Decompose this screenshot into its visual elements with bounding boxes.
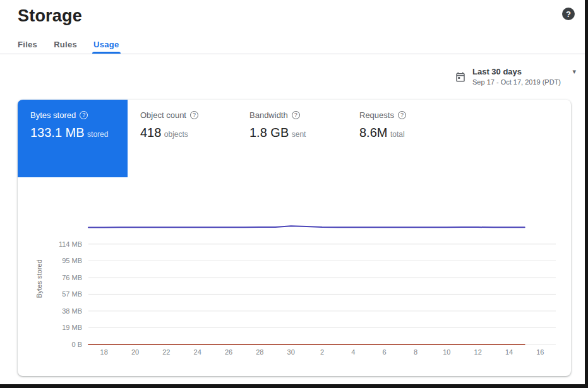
help-icon[interactable]: ?: [562, 8, 575, 20]
metric-unit: total: [390, 130, 405, 139]
usage-card: Bytes stored ? 133.1 MB stored Object co…: [18, 100, 571, 376]
svg-text:18: 18: [100, 348, 108, 356]
svg-text:10: 10: [443, 348, 450, 356]
svg-text:2: 2: [320, 348, 324, 356]
metric-value: 1.8 GB: [249, 126, 289, 139]
metric-label: Object count: [140, 110, 186, 120]
svg-text:57 MB: 57 MB: [62, 290, 82, 298]
svg-text:114 MB: 114 MB: [59, 240, 82, 248]
storage-usage-page: Storage ? Files Rules Usage Last 30 days…: [0, 0, 588, 388]
help-circle-icon: ?: [80, 111, 88, 119]
svg-text:38 MB: 38 MB: [62, 307, 82, 315]
metric-value-row: 1.8 GB sent: [249, 126, 306, 140]
help-circle-icon: ?: [292, 111, 300, 119]
metric-label: Bytes stored: [30, 110, 76, 120]
svg-text:24: 24: [194, 348, 201, 356]
chevron-down-icon: ▾: [572, 68, 576, 76]
page-title: Storage: [18, 6, 82, 26]
svg-text:26: 26: [225, 348, 232, 356]
usage-line-chart: 114 MB95 MB76 MB57 MB38 MB19 MB0 B182022…: [18, 213, 571, 344]
metric-value-row: 418 objects: [140, 126, 198, 140]
date-range-detail: Sep 17 - Oct 17, 2019 (PDT): [472, 78, 561, 86]
metric-label-row: Bytes stored ?: [30, 110, 128, 120]
svg-text:4: 4: [351, 348, 355, 356]
metric-label: Requests: [359, 110, 394, 120]
metric-unit: stored: [87, 130, 108, 139]
date-range-selector[interactable]: Last 30 days Sep 17 - Oct 17, 2019 (PDT)…: [455, 67, 576, 88]
tab-files[interactable]: Files: [18, 35, 37, 54]
svg-text:22: 22: [162, 348, 170, 356]
metric-bandwidth[interactable]: Bandwidth ? 1.8 GB sent: [249, 100, 306, 140]
date-range-text: Last 30 days Sep 17 - Oct 17, 2019 (PDT): [472, 67, 561, 86]
help-circle-icon: ?: [190, 111, 198, 119]
metric-unit: sent: [292, 130, 306, 139]
metric-value: 8.6M: [359, 126, 387, 139]
tab-bar: Files Rules Usage: [0, 35, 585, 54]
date-range-label: Last 30 days: [472, 67, 561, 76]
svg-text:6: 6: [383, 348, 387, 356]
metric-value-row: 8.6M total: [359, 126, 406, 140]
metric-label-row: Requests ?: [359, 110, 406, 120]
svg-text:12: 12: [474, 348, 482, 356]
metric-value: 133.1 MB: [30, 126, 85, 139]
svg-text:16: 16: [536, 348, 544, 356]
svg-text:19 MB: 19 MB: [62, 324, 82, 331]
svg-text:14: 14: [505, 348, 513, 356]
svg-text:28: 28: [256, 348, 263, 356]
help-circle-icon: ?: [398, 111, 406, 119]
svg-text:8: 8: [414, 348, 417, 356]
metric-label-row: Object count ?: [140, 110, 198, 120]
metric-unit: objects: [164, 130, 188, 139]
metric-label-row: Bandwidth ?: [249, 110, 306, 120]
metric-value-row: 133.1 MB stored: [30, 126, 128, 140]
metric-requests[interactable]: Requests ? 8.6M total: [359, 100, 406, 140]
metric-label: Bandwidth: [249, 110, 288, 120]
tab-usage[interactable]: Usage: [93, 35, 119, 54]
calendar-icon: [455, 71, 466, 83]
svg-text:20: 20: [131, 348, 139, 356]
svg-text:95 MB: 95 MB: [62, 257, 82, 264]
metric-bytes-stored[interactable]: Bytes stored ? 133.1 MB stored: [18, 100, 128, 177]
metric-value: 418: [140, 126, 161, 139]
metric-object-count[interactable]: Object count ? 418 objects: [140, 100, 198, 140]
svg-text:76 MB: 76 MB: [62, 274, 82, 281]
svg-text:30: 30: [287, 348, 295, 356]
svg-text:0 B: 0 B: [71, 341, 82, 348]
tab-rules[interactable]: Rules: [54, 35, 77, 54]
